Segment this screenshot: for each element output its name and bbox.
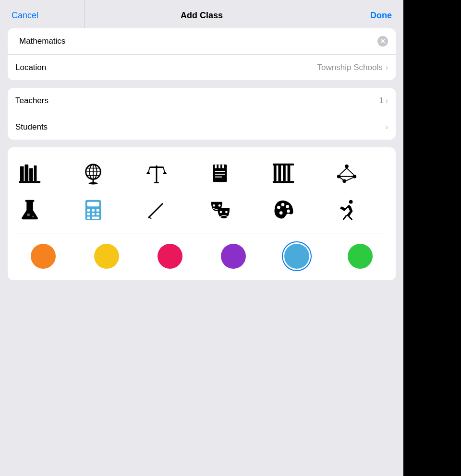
flask-icon-cell[interactable] — [15, 195, 44, 224]
svg-point-64 — [287, 210, 290, 213]
orange-color-dot — [31, 244, 56, 269]
notepad-icon-cell[interactable] — [206, 159, 234, 188]
location-chevron-icon: › — [386, 63, 388, 72]
orange-color-cell[interactable] — [15, 244, 71, 269]
teachers-label: Teachers — [15, 96, 379, 106]
svg-point-62 — [281, 203, 285, 206]
svg-rect-31 — [273, 181, 294, 183]
globe-icon — [82, 162, 105, 185]
header-divider — [85, 0, 85, 28]
svg-point-33 — [345, 165, 349, 168]
columns-icon — [272, 162, 295, 185]
svg-rect-27 — [274, 165, 277, 181]
graph-icon — [335, 162, 358, 185]
red-color-dot — [158, 244, 182, 269]
svg-line-40 — [345, 178, 353, 181]
header: Cancel Add Class Done — [0, 0, 403, 28]
svg-rect-53 — [87, 216, 90, 219]
svg-rect-32 — [273, 164, 294, 166]
svg-point-44 — [32, 215, 34, 217]
svg-point-57 — [213, 204, 215, 207]
flask-icon — [18, 198, 41, 221]
students-row[interactable]: Students › — [8, 114, 396, 140]
palette-icon-cell[interactable] — [269, 195, 298, 224]
svg-line-67 — [343, 215, 346, 219]
graph-icon-cell[interactable] — [332, 159, 361, 188]
svg-rect-42 — [25, 200, 34, 202]
picker-divider — [15, 234, 388, 234]
svg-line-55 — [149, 204, 163, 218]
svg-rect-29 — [283, 165, 286, 181]
svg-line-56 — [149, 217, 152, 218]
purple-color-cell[interactable] — [206, 244, 261, 269]
svg-rect-19 — [154, 182, 159, 183]
blue-color-cell[interactable] — [269, 244, 325, 269]
books-icon-cell[interactable] — [15, 159, 44, 188]
purple-color-dot — [221, 244, 246, 269]
color-grid — [15, 244, 388, 269]
svg-rect-51 — [92, 213, 95, 215]
runner-icon-cell[interactable] — [332, 195, 361, 224]
palette-icon — [272, 198, 295, 221]
class-name-row: ✕ — [8, 28, 396, 54]
svg-line-38 — [347, 168, 353, 174]
theater-icon — [208, 198, 231, 221]
svg-rect-23 — [222, 165, 224, 168]
theater-icon-cell[interactable] — [206, 195, 234, 224]
svg-rect-3 — [34, 166, 37, 181]
scales-icon — [145, 162, 168, 185]
scales-icon-cell[interactable] — [142, 159, 171, 188]
svg-rect-30 — [288, 165, 291, 181]
students-label: Students — [15, 122, 386, 132]
location-row[interactable]: Location Township Schools › — [8, 54, 396, 80]
columns-icon-cell[interactable] — [269, 159, 298, 188]
yellow-color-cell[interactable] — [79, 244, 134, 269]
green-color-dot — [348, 244, 373, 269]
class-form-section: ✕ Location Township Schools › — [8, 28, 396, 80]
blue-color-dot — [284, 244, 309, 269]
svg-rect-0 — [20, 167, 24, 181]
svg-rect-2 — [29, 168, 33, 181]
pencil-icon — [145, 198, 168, 221]
cancel-button[interactable]: Cancel — [12, 11, 38, 21]
svg-line-39 — [340, 178, 344, 180]
calculator-icon — [82, 198, 105, 221]
students-chevron-icon: › — [386, 123, 388, 131]
done-button[interactable]: Done — [370, 11, 392, 21]
svg-point-58 — [218, 204, 221, 207]
svg-rect-50 — [87, 213, 90, 215]
globe-icon-cell[interactable] — [79, 159, 108, 188]
svg-rect-47 — [87, 209, 90, 212]
svg-point-60 — [225, 211, 228, 213]
svg-rect-1 — [24, 165, 28, 181]
notepad-icon — [208, 162, 231, 185]
svg-point-12 — [88, 182, 97, 185]
icon-grid — [15, 159, 388, 224]
svg-point-43 — [27, 214, 30, 216]
teachers-chevron-icon: › — [386, 96, 388, 105]
teachers-students-section: Teachers 1 › Students › — [8, 88, 396, 140]
svg-line-37 — [340, 168, 347, 174]
calculator-icon-cell[interactable] — [79, 195, 108, 224]
location-value-group[interactable]: Township Schools › — [317, 63, 388, 72]
runner-icon — [335, 198, 358, 221]
svg-rect-52 — [97, 213, 99, 215]
clear-class-name-button[interactable]: ✕ — [377, 36, 388, 47]
svg-rect-21 — [215, 165, 217, 168]
svg-point-59 — [220, 211, 222, 213]
pencil-icon-cell[interactable] — [142, 195, 171, 224]
icon-color-picker-section — [8, 147, 396, 280]
location-label: Location — [15, 63, 59, 72]
svg-rect-46 — [87, 202, 99, 207]
svg-point-63 — [286, 205, 289, 208]
bottom-divider-line — [201, 413, 201, 476]
svg-point-66 — [349, 200, 353, 204]
svg-rect-22 — [218, 165, 220, 168]
green-color-cell[interactable] — [332, 244, 388, 269]
svg-rect-24 — [215, 171, 225, 172]
location-value: Township Schools — [317, 63, 383, 72]
teachers-row[interactable]: Teachers 1 › — [8, 88, 396, 114]
svg-point-65 — [279, 211, 283, 214]
red-color-cell[interactable] — [142, 244, 198, 269]
class-name-input[interactable] — [15, 36, 377, 46]
